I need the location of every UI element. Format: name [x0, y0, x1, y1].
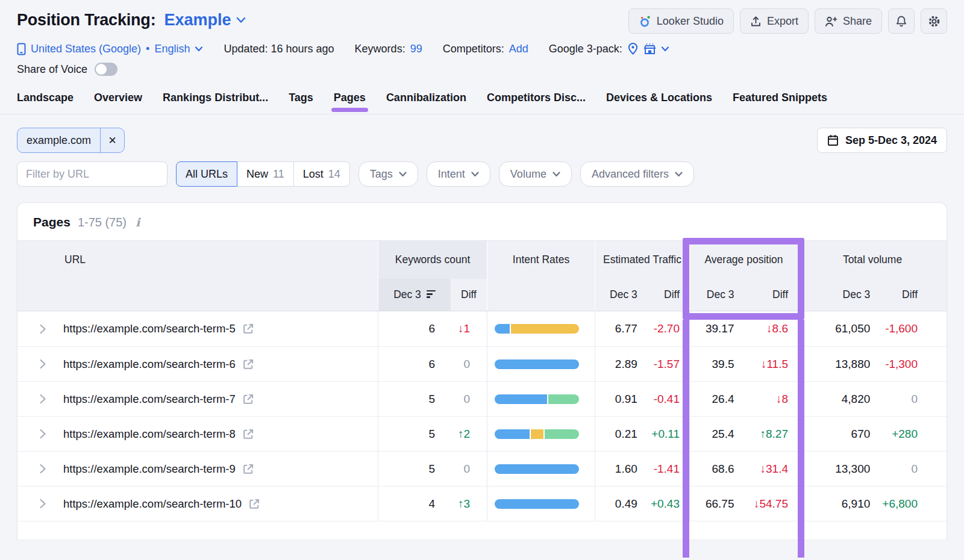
google-3-pack-label: Google 3-pack:	[549, 43, 622, 55]
notifications-button[interactable]	[888, 8, 915, 34]
traffic-diff-value: -2.70	[647, 322, 689, 335]
info-icon[interactable]: i	[134, 216, 142, 229]
competitors-add-link[interactable]: Add	[509, 43, 528, 55]
volume-value: 670	[798, 428, 880, 441]
intent-rates-bar	[495, 359, 579, 369]
volume-value: 13,300	[798, 462, 880, 476]
kw-diff-value: ↑3	[451, 497, 487, 511]
external-link-icon[interactable]	[243, 464, 254, 474]
intent-dropdown[interactable]: Intent	[427, 161, 490, 187]
external-link-icon[interactable]	[243, 323, 254, 334]
traffic-value: 0.21	[595, 428, 647, 441]
calendar-icon	[827, 134, 839, 146]
kw-count-value: 5	[378, 428, 451, 441]
kw-date-header[interactable]: Dec 3	[378, 279, 451, 311]
tab-featured-snippets[interactable]: Featured Snippets	[733, 92, 827, 114]
row-expand-chevron-icon[interactable]	[39, 429, 46, 439]
page-title: Position Tracking:	[17, 11, 155, 30]
chevron-down-icon	[675, 172, 683, 177]
volume-date-header[interactable]: Dec 3	[798, 279, 880, 311]
row-expand-chevron-icon[interactable]	[39, 394, 46, 404]
volume-diff-value: -1,300	[880, 358, 947, 371]
kw-count-value: 5	[378, 462, 451, 476]
tab-landscape[interactable]: Landscape	[17, 92, 74, 114]
url-state-segmented-control: All URLs New 11 Lost 14	[176, 161, 350, 187]
external-link-icon[interactable]	[243, 429, 254, 440]
external-link-icon[interactable]	[249, 499, 260, 509]
tab-cannibalization[interactable]: Cannibalization	[386, 92, 466, 114]
intent-dropdown-label: Intent	[438, 168, 465, 181]
col-header-estimated-traffic[interactable]: Estimated Traffic	[595, 241, 689, 279]
row-expand-chevron-icon[interactable]	[39, 359, 46, 369]
row-expand-chevron-icon[interactable]	[39, 324, 46, 334]
volume-value: 61,050	[798, 322, 880, 335]
chevron-down-icon	[471, 172, 479, 177]
segment-new[interactable]: New 11	[237, 161, 294, 187]
tags-dropdown[interactable]: Tags	[358, 161, 418, 187]
segment-lost[interactable]: Lost 14	[293, 161, 350, 187]
url-link[interactable]: https://example.com/search-term-10	[63, 497, 242, 511]
url-link[interactable]: https://example.com/search-term-6	[63, 358, 236, 371]
tab-devices-locations[interactable]: Devices & Locations	[606, 92, 712, 114]
volume-diff-header[interactable]: Diff	[880, 279, 947, 311]
settings-button[interactable]	[921, 8, 947, 34]
table-row: https://example.com/search-term-7500.91-…	[17, 381, 947, 416]
chip-remove-button[interactable]: ✕	[100, 128, 124, 152]
col-header-average-position[interactable]: Average position	[689, 241, 798, 279]
col-header-intent-rates[interactable]: Intent Rates	[487, 241, 595, 279]
top-bar: Position Tracking: Example Looker Studio	[0, 0, 964, 34]
url-link[interactable]: https://example.com/search-term-5	[63, 322, 236, 335]
traffic-diff-value: -0.41	[647, 393, 689, 406]
tab-pages[interactable]: Pages	[334, 92, 366, 114]
location-pin-icon[interactable]	[627, 42, 639, 55]
url-link[interactable]: https://example.com/search-term-9	[63, 462, 236, 476]
kw-diff-value: 0	[451, 462, 487, 476]
segment-new-label: New	[246, 168, 268, 181]
avg-position-date-header[interactable]: Dec 3	[690, 279, 744, 311]
location-language-selector[interactable]: United States (Google) • English	[17, 43, 203, 55]
url-filter-input[interactable]	[17, 162, 167, 186]
title-wrap: Position Tracking: Example	[17, 8, 246, 30]
volume-diff-value: +6,800	[880, 497, 947, 511]
pages-card-title: Pages	[33, 215, 70, 229]
table-row: https://example.com/search-term-6602.89-…	[17, 346, 947, 381]
col-header-total-volume[interactable]: Total volume	[798, 241, 947, 279]
volume-diff-value: 0	[880, 462, 947, 476]
kw-diff-header[interactable]: Diff	[451, 279, 487, 311]
share-of-voice-toggle[interactable]	[95, 63, 117, 76]
volume-value: 4,820	[798, 393, 880, 406]
keywords-value-link[interactable]: 99	[410, 43, 422, 55]
tab-tags[interactable]: Tags	[289, 92, 313, 114]
project-selector[interactable]: Example	[164, 11, 245, 30]
col-header-keywords-count[interactable]: Keywords count	[378, 241, 487, 279]
external-link-icon[interactable]	[243, 394, 254, 405]
row-expand-chevron-icon[interactable]	[39, 499, 46, 509]
col-header-url[interactable]: URL	[17, 241, 378, 279]
volume-dropdown[interactable]: Volume	[499, 161, 572, 187]
avg-position-diff-header[interactable]: Diff	[744, 279, 798, 311]
external-link-icon[interactable]	[243, 359, 254, 370]
traffic-date-header[interactable]: Dec 3	[595, 279, 647, 311]
url-link[interactable]: https://example.com/search-term-7	[63, 393, 236, 406]
date-range-picker[interactable]: Sep 5-Dec 3, 2024	[817, 128, 947, 153]
tab-overview[interactable]: Overview	[94, 92, 142, 114]
filter-row: All URLs New 11 Lost 14 Tags Intent Volu…	[0, 153, 964, 187]
segment-all-urls[interactable]: All URLs	[176, 161, 237, 187]
chevron-down-icon[interactable]	[661, 46, 669, 52]
traffic-diff-header[interactable]: Diff	[647, 279, 689, 311]
business-storefront-icon[interactable]	[643, 43, 656, 55]
export-button[interactable]: Export	[740, 8, 809, 34]
tab-competitors-disc[interactable]: Competitors Disc...	[487, 92, 586, 114]
looker-studio-button[interactable]: Looker Studio	[628, 8, 734, 34]
traffic-value: 0.91	[595, 393, 647, 406]
url-link[interactable]: https://example.com/search-term-8	[63, 428, 236, 441]
tab-rankings-distribut[interactable]: Rankings Distribut...	[163, 92, 268, 114]
avg-position-diff-value: ↓31.4	[744, 462, 798, 476]
position-tracking-page: { "header": { "title": "Position Trackin…	[0, 0, 964, 560]
meta-separator: •	[146, 43, 149, 55]
share-button[interactable]: Share	[815, 8, 882, 34]
advanced-filters-dropdown[interactable]: Advanced filters	[580, 161, 694, 187]
export-icon	[750, 16, 762, 27]
row-expand-chevron-icon[interactable]	[39, 464, 46, 474]
traffic-value: 1.60	[595, 462, 647, 476]
